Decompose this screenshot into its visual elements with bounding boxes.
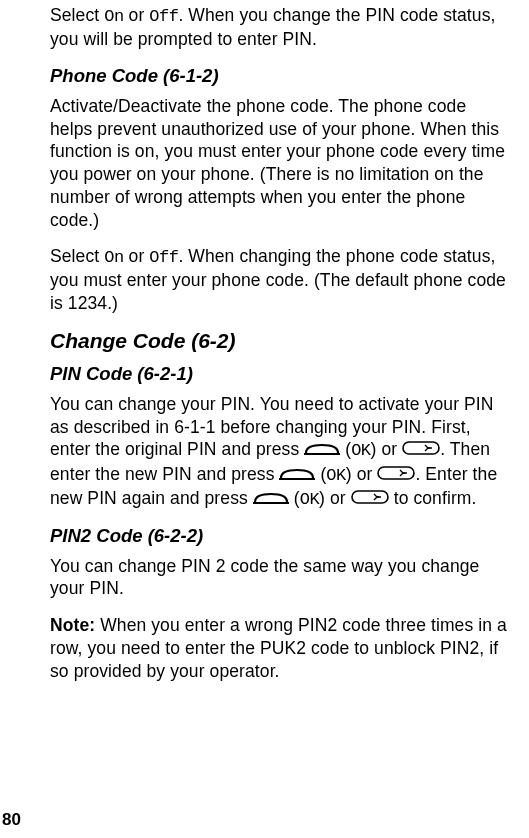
softkey-icon — [253, 488, 289, 511]
nav-key-icon — [377, 464, 415, 487]
heading-change-code: Change Code (6-2) — [50, 329, 511, 353]
para-pin-status: Select On or Off. When you change the PI… — [50, 4, 511, 51]
ok-label: OK — [300, 490, 319, 509]
option-off: Off — [149, 248, 178, 267]
text: Select — [50, 5, 104, 25]
text: ) or — [346, 464, 378, 484]
option-on: On — [104, 248, 123, 267]
para-change-pin: You can change your PIN. You need to act… — [50, 393, 511, 511]
svg-rect-1 — [403, 442, 439, 454]
text: ) or — [371, 439, 403, 459]
softkey-icon — [279, 464, 315, 487]
option-on: On — [104, 7, 123, 26]
heading-phone-code: Phone Code (6-1-2) — [50, 65, 511, 87]
page-number: 80 — [2, 810, 21, 830]
nav-key-icon — [351, 488, 389, 511]
text: ( — [340, 439, 351, 459]
para-pin2-note: Note: When you enter a wrong PIN2 code t… — [50, 614, 511, 682]
heading-pin-code: PIN Code (6-2-1) — [50, 363, 511, 385]
text: When you enter a wrong PIN2 code three t… — [50, 615, 507, 681]
softkey-icon — [304, 439, 340, 462]
option-off: Off — [149, 7, 178, 26]
text: to confirm. — [389, 488, 477, 508]
svg-point-5 — [403, 472, 405, 474]
ok-label: OK — [326, 466, 345, 485]
heading-pin2-code: PIN2 Code (6-2-2) — [50, 525, 511, 547]
note-label: Note: — [50, 615, 95, 635]
text: ) or — [319, 488, 351, 508]
svg-point-2 — [428, 447, 430, 449]
text: or — [124, 5, 150, 25]
text: Select — [50, 246, 104, 266]
nav-key-icon — [402, 439, 440, 462]
svg-rect-4 — [378, 467, 414, 479]
text: ( — [315, 464, 326, 484]
text: ( — [289, 488, 300, 508]
para-phone-code-desc: Activate/Deactivate the phone code. The … — [50, 95, 511, 232]
svg-rect-7 — [352, 491, 388, 503]
page-content: Select On or Off. When you change the PI… — [0, 0, 529, 682]
ok-label: OK — [351, 441, 370, 460]
para-pin2-desc: You can change PIN 2 code the same way y… — [50, 555, 511, 601]
svg-point-8 — [377, 496, 379, 498]
para-phone-code-default: Select On or Off. When changing the phon… — [50, 245, 511, 315]
text: or — [124, 246, 150, 266]
